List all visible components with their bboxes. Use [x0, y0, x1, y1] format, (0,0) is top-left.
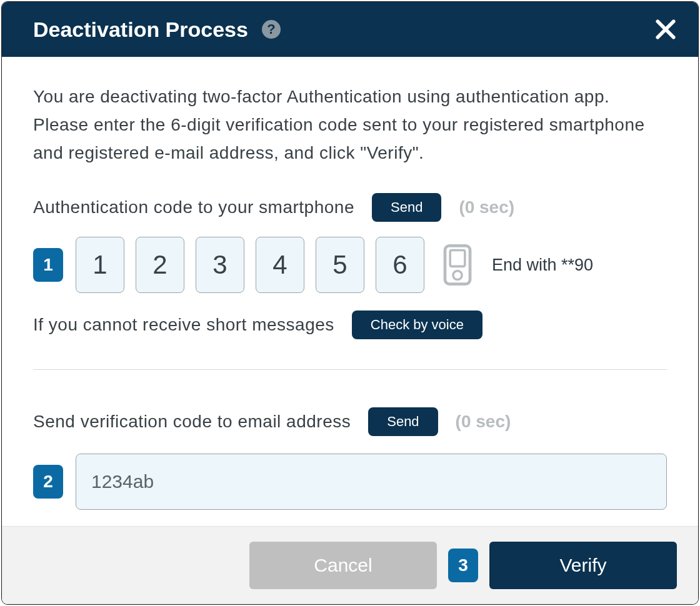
help-icon[interactable]: ? [262, 20, 281, 39]
email-label: Send verification code to email address [33, 412, 351, 432]
phone-label: Authentication code to your smartphone [33, 197, 354, 217]
close-button[interactable] [652, 16, 679, 43]
svg-rect-3 [450, 251, 465, 267]
modal-header: Deactivation Process ? [2, 2, 698, 57]
phone-digit-5[interactable]: 5 [316, 237, 364, 293]
email-code-input[interactable] [76, 454, 667, 510]
email-code-row: 2 [33, 454, 667, 510]
send-phone-button[interactable]: Send [372, 193, 441, 222]
phone-digit-4[interactable]: 4 [256, 237, 304, 293]
modal-title: Deactivation Process [33, 17, 248, 42]
voice-row: If you cannot receive short messages Che… [33, 310, 667, 339]
close-icon [655, 19, 676, 40]
email-section-header: Send verification code to email address … [33, 407, 667, 436]
phone-digit-1[interactable]: 1 [76, 237, 124, 293]
step-badge-2: 2 [33, 465, 63, 499]
phone-digit-3[interactable]: 3 [196, 237, 244, 293]
voice-hint: If you cannot receive short messages [33, 315, 334, 335]
phone-digit-group: 1 2 3 4 5 6 [76, 237, 424, 293]
phone-code-row: 1 1 2 3 4 5 6 End with **90 [33, 237, 667, 293]
svg-point-4 [453, 271, 462, 280]
send-email-button[interactable]: Send [368, 407, 438, 436]
phone-icon [442, 244, 473, 286]
modal-footer: Cancel 3 Verify [2, 526, 698, 604]
svg-rect-2 [445, 246, 470, 284]
verify-button[interactable]: Verify [489, 542, 677, 589]
email-timer: (0 sec) [456, 412, 511, 432]
phone-timer: (0 sec) [459, 197, 514, 217]
phone-hint: End with **90 [492, 256, 593, 275]
phone-digit-6[interactable]: 6 [376, 237, 424, 293]
modal-body: You are deactivating two-factor Authenti… [2, 57, 698, 526]
step-badge-1: 1 [33, 248, 63, 282]
intro-text: You are deactivating two-factor Authenti… [33, 83, 667, 167]
section-divider [33, 369, 667, 370]
step-badge-3: 3 [448, 549, 478, 582]
phone-section-header: Authentication code to your smartphone S… [33, 193, 667, 222]
deactivation-modal: Deactivation Process ? You are deactivat… [1, 1, 699, 605]
cancel-button[interactable]: Cancel [249, 542, 437, 589]
check-by-voice-button[interactable]: Check by voice [352, 310, 482, 339]
phone-digit-2[interactable]: 2 [136, 237, 184, 293]
